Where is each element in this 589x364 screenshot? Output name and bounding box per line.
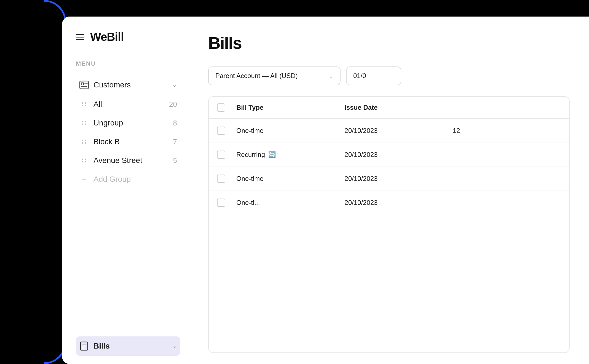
ungroup-label: Ungroup <box>93 119 173 127</box>
block-b-count: 7 <box>173 138 177 146</box>
sidebar-item-customers[interactable]: Customers ⌄ <box>76 75 180 95</box>
sidebar-item-all[interactable]: All 20 <box>76 95 180 114</box>
block-b-label: Block B <box>93 137 173 146</box>
app-logo: WeBill <box>90 30 124 44</box>
row-3-bill-type: One-time <box>236 175 344 183</box>
row-1-issue-date: 20/10/2023 <box>344 127 453 135</box>
row-1-extra: 12 <box>453 127 561 135</box>
all-label: All <box>93 100 169 109</box>
avenue-street-label: Avenue Street <box>93 156 173 165</box>
block-b-dots-icon <box>79 140 89 144</box>
hamburger-menu-button[interactable] <box>76 34 84 40</box>
header-row: WeBill <box>76 30 180 44</box>
ungroup-dots-icon <box>79 121 89 125</box>
menu-label: MENU <box>76 60 180 67</box>
row-4-issue-date: 20/10/2023 <box>344 199 453 207</box>
table-row: One-ti... 20/10/2023 <box>209 191 569 215</box>
all-dots-icon <box>79 102 89 106</box>
nav-section: Customers ⌄ All 20 Ungroup <box>76 75 180 189</box>
bills-label: Bills <box>93 342 169 350</box>
parent-account-dropdown[interactable]: Parent Account — All (USD) ⌄ <box>208 66 341 85</box>
sidebar: WeBill MENU <box>62 17 189 364</box>
add-group-label: Add Group <box>93 175 131 184</box>
table-header-row: Bill Type Issue Date <box>209 97 569 119</box>
row-2-checkbox[interactable] <box>217 151 225 159</box>
customers-icon <box>79 80 89 90</box>
svg-rect-1 <box>81 83 84 85</box>
date-filter-value: 01/0 <box>353 72 366 80</box>
add-group-button[interactable]: + Add Group <box>76 170 180 189</box>
parent-account-chevron-icon: ⌄ <box>329 73 333 79</box>
row-3-checkbox[interactable] <box>217 175 225 183</box>
table-row: Recurring 🔄 20/10/2023 <box>209 143 569 167</box>
col-header-issue-date: Issue Date <box>344 104 453 111</box>
row-2-bill-type: Recurring 🔄 <box>236 151 344 159</box>
avenue-street-dots-icon <box>79 159 89 162</box>
customers-label: Customers <box>93 81 169 89</box>
row-4-bill-type: One-ti... <box>236 199 344 207</box>
sidebar-item-bills[interactable]: Bills ⌄ <box>76 336 180 356</box>
date-filter[interactable]: 01/0 <box>346 66 401 85</box>
all-count: 20 <box>169 100 177 109</box>
bills-chevron-icon: ⌄ <box>172 342 177 350</box>
sidebar-item-block-b[interactable]: Block B 7 <box>76 132 180 151</box>
parent-account-label: Parent Account — All (USD) <box>215 72 298 80</box>
sidebar-item-ungroup[interactable]: Ungroup 8 <box>76 114 180 132</box>
table-row: One-time 20/10/2023 12 <box>209 119 569 143</box>
outer-wrapper: WeBill MENU <box>0 0 589 364</box>
ungroup-count: 8 <box>173 119 177 127</box>
main-content: Bills Parent Account — All (USD) ⌄ 01/0 … <box>189 17 589 364</box>
row-4-checkbox[interactable] <box>217 199 225 207</box>
bills-table: Bill Type Issue Date One-time 20/10/2023… <box>208 96 570 353</box>
filters-row: Parent Account — All (USD) ⌄ 01/0 <box>208 66 570 85</box>
table-row: One-time 20/10/2023 <box>209 167 569 191</box>
customers-chevron-icon: ⌄ <box>172 81 177 89</box>
plus-icon: + <box>79 175 89 183</box>
blue-arc-decoration <box>22 0 66 364</box>
page-title: Bills <box>208 33 570 53</box>
sidebar-item-avenue-street[interactable]: Avenue Street 5 <box>76 151 180 170</box>
row-1-bill-type: One-time <box>236 127 344 135</box>
select-all-checkbox[interactable] <box>217 103 225 112</box>
avenue-street-count: 5 <box>173 156 177 165</box>
col-header-bill-type: Bill Type <box>236 104 344 111</box>
recurring-icon: 🔄 <box>268 151 276 158</box>
row-2-issue-date: 20/10/2023 <box>344 151 453 159</box>
row-3-issue-date: 20/10/2023 <box>344 175 453 183</box>
app-window: WeBill MENU <box>62 17 589 364</box>
bills-icon <box>79 341 89 351</box>
row-1-checkbox[interactable] <box>217 127 225 135</box>
